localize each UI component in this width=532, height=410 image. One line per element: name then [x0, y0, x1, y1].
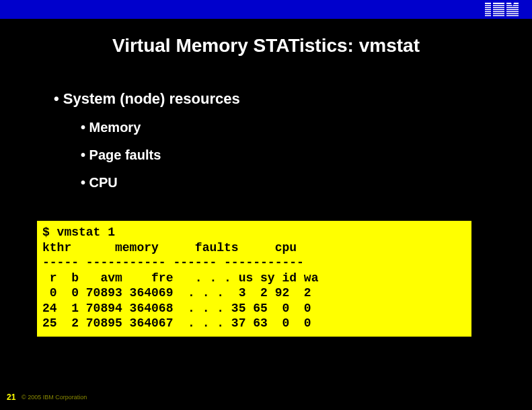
- copyright-text: © 2005 IBM Corporation: [22, 394, 87, 401]
- header-bar: [0, 0, 532, 19]
- ibm-logo: [485, 3, 519, 16]
- svg-rect-3: [485, 4, 519, 5]
- term-line: 25 2 70895 364067 . . . 37 63 0 0: [42, 316, 311, 330]
- terminal-output: $ vmstat 1 kthr memory faults cpu ----- …: [37, 221, 471, 337]
- term-line: $ vmstat 1: [42, 226, 115, 239]
- slide-title: Virtual Memory STATistics: vmstat: [0, 35, 532, 57]
- bullet-cpu: • CPU: [81, 175, 505, 191]
- bullet-level1: • System (node) resources: [54, 90, 505, 108]
- bullet-page-faults: • Page faults: [81, 147, 505, 163]
- svg-rect-6: [485, 10, 519, 11]
- svg-rect-7: [485, 12, 519, 13]
- page-number: 21: [5, 392, 17, 402]
- bullet-memory: • Memory: [81, 120, 505, 135]
- svg-rect-8: [485, 14, 519, 15]
- svg-rect-4: [485, 6, 519, 7]
- term-line: 24 1 70894 364068 . . . 35 65 0 0: [42, 302, 311, 315]
- content-area: • System (node) resources • Memory • Pag…: [0, 90, 532, 191]
- term-line: r b avm fre . . . us sy id wa: [42, 271, 318, 285]
- svg-rect-5: [485, 8, 519, 9]
- term-line: ----- ----------- ------ -----------: [42, 256, 304, 269]
- term-line: kthr memory faults cpu: [42, 241, 297, 254]
- term-line: 0 0 70893 364069 . . . 3 2 92 2: [42, 286, 311, 300]
